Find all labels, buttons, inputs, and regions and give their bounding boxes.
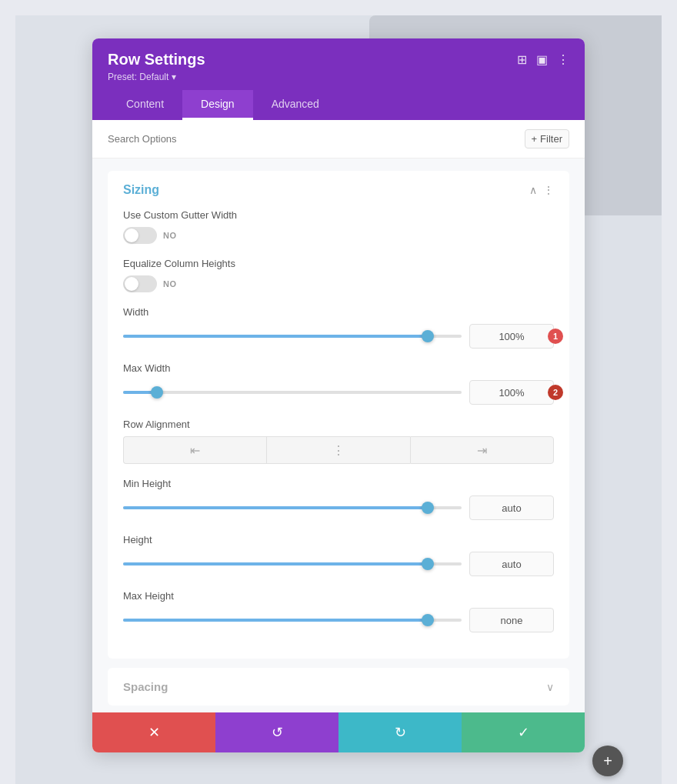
filter-label: Filter (540, 133, 562, 145)
height-track (123, 562, 462, 565)
max-height-setting: Max Height none (123, 590, 554, 632)
max-width-thumb[interactable] (151, 386, 163, 399)
custom-gutter-label: Use Custom Gutter Width (123, 209, 554, 221)
min-height-label: Min Height (123, 478, 554, 489)
max-width-label: Max Width (123, 362, 554, 374)
fab-button[interactable]: + (592, 746, 623, 776)
height-thumb[interactable] (422, 558, 434, 570)
height-fill (123, 562, 428, 565)
min-height-thumb[interactable] (422, 502, 434, 514)
eq-toggle-thumb (125, 277, 138, 291)
max-width-setting: Max Width 100% 2 (123, 362, 554, 405)
width-slider[interactable] (123, 329, 462, 344)
align-center-icon: ⋮ (332, 443, 345, 458)
row-settings-panel: Row Settings ⊞ ▣ ⋮ Preset: Default ▾ Con… (92, 38, 585, 752)
max-width-value[interactable]: 100% (469, 380, 554, 405)
equalize-column-setting: Equalize Column Heights NO (123, 258, 554, 292)
spacing-expand-icon[interactable]: ∨ (546, 681, 554, 693)
header-icons: ⊞ ▣ ⋮ (517, 52, 569, 67)
align-right-button[interactable]: ⇥ (410, 436, 554, 464)
width-setting: Width 100% 1 (123, 306, 554, 349)
min-height-value[interactable]: auto (469, 495, 554, 520)
equalize-toggle-row: NO (123, 275, 554, 292)
panel-footer: ✕ ↺ ↻ ✓ (92, 712, 585, 752)
min-height-fill (123, 506, 428, 509)
tab-content[interactable]: Content (108, 90, 182, 120)
max-width-track (123, 391, 462, 394)
width-fill (123, 335, 428, 338)
sizing-section-header: Sizing ∧ ⋮ (123, 183, 554, 197)
search-input[interactable] (108, 133, 525, 145)
page-wrapper: Row Settings ⊞ ▣ ⋮ Preset: Default ▾ Con… (15, 15, 662, 784)
search-bar: + Filter (92, 120, 585, 158)
height-slider[interactable] (123, 556, 462, 572)
height-slider-row: auto (123, 552, 554, 576)
height-value[interactable]: auto (469, 552, 554, 576)
panel-header: Row Settings ⊞ ▣ ⋮ Preset: Default ▾ Con… (92, 38, 585, 120)
spacing-header: Spacing ∨ (123, 680, 554, 693)
max-height-slider[interactable] (123, 612, 462, 628)
max-height-value[interactable]: none (469, 608, 554, 632)
redo-button[interactable]: ↻ (338, 712, 462, 752)
fullscreen-icon[interactable]: ⊞ (517, 52, 527, 67)
max-height-fill (123, 619, 428, 622)
custom-gutter-value: NO (163, 231, 177, 240)
width-input-wrap: 100% 1 (469, 324, 554, 349)
max-height-thumb[interactable] (422, 614, 434, 626)
equalize-toggle[interactable] (123, 275, 157, 292)
more-icon[interactable]: ⋮ (557, 52, 569, 67)
align-center-button[interactable]: ⋮ (266, 436, 409, 464)
panel-title: Row Settings (108, 51, 205, 68)
width-value[interactable]: 100% (469, 324, 554, 349)
max-height-label: Max Height (123, 590, 554, 602)
filter-plus-icon: + (532, 133, 538, 145)
alignment-buttons: ⇤ ⋮ ⇥ (123, 436, 554, 464)
custom-gutter-toggle[interactable] (123, 227, 157, 244)
width-badge: 1 (548, 329, 563, 344)
header-top: Row Settings ⊞ ▣ ⋮ (108, 51, 569, 68)
collapse-icon[interactable]: ∧ (529, 184, 537, 196)
align-left-icon: ⇤ (190, 443, 200, 458)
custom-gutter-toggle-row: NO (123, 227, 554, 244)
row-alignment-setting: Row Alignment ⇤ ⋮ ⇥ (123, 419, 554, 464)
save-button[interactable]: ✓ (462, 712, 585, 752)
align-right-icon: ⇥ (477, 443, 487, 458)
min-height-setting: Min Height auto (123, 478, 554, 520)
tab-advanced[interactable]: Advanced (253, 90, 338, 120)
eq-toggle-track (123, 275, 157, 292)
row-alignment-label: Row Alignment (123, 419, 554, 430)
panel-content: Sizing ∧ ⋮ Use Custom Gutter Width (92, 158, 585, 712)
width-track (123, 335, 462, 338)
filter-button[interactable]: + Filter (525, 129, 569, 148)
preset-label[interactable]: Preset: Default ▾ (108, 72, 569, 82)
width-slider-row: 100% 1 (123, 324, 554, 349)
section-more-icon[interactable]: ⋮ (543, 184, 554, 196)
columns-icon[interactable]: ▣ (536, 52, 548, 67)
tab-design[interactable]: Design (182, 90, 253, 120)
max-height-slider-row: none (123, 608, 554, 632)
max-width-slider-row: 100% 2 (123, 380, 554, 405)
max-height-track (123, 619, 462, 622)
max-width-slider[interactable] (123, 385, 462, 400)
spacing-section: Spacing ∨ (108, 668, 569, 706)
toggle-track (123, 227, 157, 244)
section-controls: ∧ ⋮ (529, 184, 554, 196)
max-width-badge: 2 (548, 385, 563, 400)
width-label: Width (123, 306, 554, 318)
width-thumb[interactable] (422, 330, 434, 342)
min-height-slider[interactable] (123, 500, 462, 515)
align-left-button[interactable]: ⇤ (123, 436, 266, 464)
toggle-thumb (125, 229, 138, 242)
sizing-title: Sizing (123, 183, 159, 197)
min-height-slider-row: auto (123, 495, 554, 520)
height-label: Height (123, 534, 554, 545)
spacing-title: Spacing (123, 680, 168, 693)
min-height-track (123, 506, 462, 509)
cancel-button[interactable]: ✕ (92, 712, 215, 752)
custom-gutter-setting: Use Custom Gutter Width NO (123, 209, 554, 244)
tabs: Content Design Advanced (108, 90, 569, 120)
undo-button[interactable]: ↺ (215, 712, 338, 752)
sizing-section: Sizing ∧ ⋮ Use Custom Gutter Width (108, 171, 569, 659)
equalize-value: NO (163, 279, 177, 289)
height-setting: Height auto (123, 534, 554, 576)
